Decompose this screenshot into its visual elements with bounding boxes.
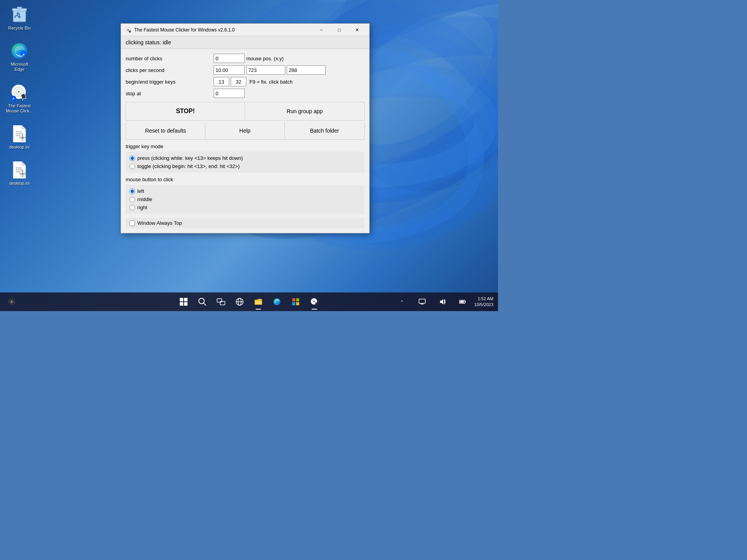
app-window: The Fastest Mouse Clicker for Windows v2… [121,23,370,233]
edge-icon: ↗ [10,42,29,60]
desktopini-2-label: desktop.ini [9,181,30,186]
run-group-button[interactable]: Run group app [245,102,364,120]
svg-rect-36 [24,173,26,174]
svg-rect-56 [296,298,299,301]
svg-rect-43 [180,298,183,301]
mouse-pos-label: mouse pos. (x,y) [246,56,284,61]
taskbar-widgets-button[interactable] [231,293,248,310]
taskbar-fileexplorer-button[interactable] [250,293,267,310]
mouse-middle-option[interactable]: middle [130,195,361,203]
taskbar-chevron-button[interactable]: ^ [393,293,410,310]
svg-rect-58 [296,302,299,305]
clicks-per-second-input[interactable] [214,65,245,75]
mouse-button-label: mouse button to click [126,177,365,182]
svg-rect-67 [460,301,464,303]
clicks-per-second-label: clicks per second [126,67,211,73]
svg-rect-29 [16,170,23,170]
trigger-key-mode-options: press (clicking while: key <13> keeps hi… [126,152,365,173]
desktop-icon-desktopini-1[interactable]: desktop.ini [4,123,35,151]
taskbar-search-button[interactable] [194,293,211,310]
taskbar-battery-button[interactable] [454,293,471,310]
mouse-left-option[interactable]: left [130,187,361,195]
svg-rect-26 [19,137,21,138]
taskbar-display-button[interactable] [414,293,431,310]
maximize-button[interactable]: □ [330,24,348,36]
recycle-bin-icon [10,5,29,24]
desktop-icons: Recycle Bin [4,4,35,187]
stop-at-label: stop at [126,91,211,96]
svg-rect-66 [465,301,466,303]
mouse-left-radio[interactable] [130,189,135,194]
desktop-icon-mouse-clicker[interactable]: ↗ The Fastest Mouse Click... [4,82,35,115]
clock-time: 1:52 AM [474,296,493,302]
window-always-top-checkbox[interactable] [130,220,135,226]
svg-point-32 [21,173,24,175]
mouse-clicker-icon: ↗ [10,83,29,102]
mouse-pos-x-input[interactable] [246,65,285,75]
taskbar-taskview-button[interactable] [212,293,230,310]
desktop-icon-edge[interactable]: ↗ Microsoft Edge [4,40,35,74]
mouse-right-option[interactable]: right [130,203,361,212]
stop-button[interactable]: STOP! [126,102,245,120]
trigger-key-mode-section: trigger key mode press (clicking while: … [126,144,365,173]
svg-line-48 [203,303,206,305]
title-bar-controls: − □ ✕ [312,24,366,36]
title-bar: The Fastest Mouse Clicker for Windows v2… [121,24,369,36]
app-icon [124,26,132,34]
recycle-bin-label: Recycle Bin [8,26,31,31]
trigger-key-begin-input[interactable] [214,77,229,86]
reset-button[interactable]: Reset to defaults [126,122,205,139]
mouse-right-label: right [137,205,147,210]
taskbar-store-button[interactable] [287,293,304,310]
mouse-right-radio[interactable] [130,205,135,210]
desktop: Recycle Bin [0,0,498,311]
desktop-icon-desktopini-2[interactable]: desktop.ini [4,159,35,187]
taskbar-volume-button[interactable] [434,293,451,310]
svg-point-42 [11,301,12,303]
mouse-middle-radio[interactable] [130,197,135,202]
trigger-press-radio[interactable] [130,156,135,161]
mouse-clicker-label: The Fastest Mouse Click... [5,103,33,114]
taskbar-edge-button[interactable] [268,293,286,310]
taskbar-start-button[interactable] [175,293,192,310]
batch-folder-button[interactable]: Batch folder [285,122,364,139]
desktopini-1-label: desktop.ini [9,145,30,150]
trigger-toggle-option[interactable]: toggle (clicking begin: hit <13>, end: h… [130,162,361,170]
svg-rect-33 [22,171,23,172]
trigger-press-option[interactable]: press (clicking while: key <13> keeps hi… [130,154,361,162]
help-button[interactable]: Help [205,122,285,139]
mouse-button-options: left middle right [126,185,365,214]
desktop-icon-recycle-bin[interactable]: Recycle Bin [4,4,35,32]
desktopini-1-icon [10,124,29,143]
minimize-button[interactable]: − [312,24,330,36]
mouse-button-section: mouse button to click left middle right [126,177,365,214]
svg-rect-46 [184,302,188,306]
status-text: clicking status: idle [126,39,171,46]
svg-rect-34 [22,175,23,177]
svg-rect-25 [22,139,23,141]
status-bar: clicking status: idle [121,36,369,49]
svg-point-16 [18,91,19,93]
taskbar-cortana[interactable] [5,295,19,309]
svg-rect-24 [22,135,23,136]
svg-rect-20 [16,133,23,134]
clock-display[interactable]: 1:52 AM 10/5/2023 [474,296,493,308]
mouse-pos-y-input[interactable] [287,65,326,75]
svg-rect-57 [292,302,295,305]
svg-rect-45 [180,302,183,306]
info-grid: number of clicks mouse pos. (x,y) clicks… [126,54,365,98]
trigger-toggle-radio[interactable] [130,164,135,169]
taskbar: ^ [0,292,498,311]
trigger-key-end-input[interactable] [231,77,246,86]
taskbar-mouseclicker-button[interactable] [306,293,323,310]
svg-rect-55 [292,298,295,301]
number-of-clicks-label: number of clicks [126,56,211,61]
desktopini-2-icon [10,161,29,179]
close-button[interactable]: ✕ [348,24,366,36]
window-always-top-row[interactable]: Window Always Top [126,218,365,228]
svg-rect-27 [24,137,26,138]
number-of-clicks-input[interactable] [214,54,245,63]
mouse-left-label: left [137,188,144,194]
stop-at-input[interactable] [214,89,245,98]
mouse-middle-label: middle [137,196,152,202]
